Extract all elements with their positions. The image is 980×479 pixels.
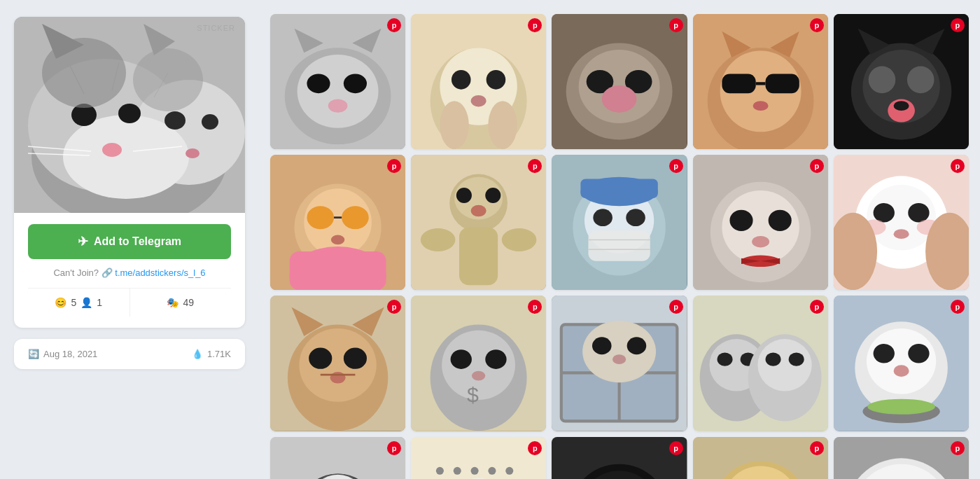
downloads-meta: 💧 1.71K <box>192 349 231 359</box>
svg-point-86 <box>626 209 646 226</box>
emoji-count: 5 <box>71 297 76 308</box>
drop-icon: 💧 <box>192 349 203 359</box>
sticker-item-14[interactable]: p <box>693 296 828 431</box>
svg-point-122 <box>485 350 506 370</box>
right-panel: p p <box>259 0 980 479</box>
cant-join-section: Can't Join? 🔗 t.me/addstickers/s_l_6 <box>28 268 231 278</box>
svg-point-165 <box>471 466 479 474</box>
sticker-item-5[interactable]: p <box>834 14 969 149</box>
date-text: Aug 18, 2021 <box>43 349 97 359</box>
add-to-telegram-button[interactable]: ✈ Add to Telegram <box>28 224 231 259</box>
sticker-item-18[interactable]: I ♥ U p <box>552 437 687 479</box>
link-icon: 🔗 <box>102 268 115 278</box>
sticker-item-11[interactable]: p <box>270 296 405 431</box>
sticker-item-4[interactable]: p <box>693 14 828 149</box>
svg-point-76 <box>471 205 486 217</box>
sticker-label: STICKER <box>197 24 235 32</box>
user-count: 1 <box>97 297 102 308</box>
sticker-image-9 <box>693 155 828 290</box>
cant-join-text: Can't Join? <box>53 268 99 278</box>
svg-point-93 <box>729 210 752 231</box>
sticker-item-16[interactable]: p <box>270 437 405 479</box>
pinterest-badge-20: p <box>951 441 965 455</box>
svg-point-32 <box>451 70 471 90</box>
svg-point-66 <box>342 206 369 229</box>
svg-point-79 <box>502 228 537 251</box>
user-icon: 👤 <box>80 297 92 308</box>
svg-rect-47 <box>722 74 755 94</box>
pinterest-badge-4: p <box>810 18 824 32</box>
svg-point-148 <box>893 366 909 377</box>
pinterest-badge-3: p <box>669 18 683 32</box>
telegram-icon: ✈ <box>78 234 88 249</box>
svg-point-133 <box>612 355 626 365</box>
svg-point-26 <box>328 99 348 112</box>
add-button-label: Add to Telegram <box>94 235 181 248</box>
svg-point-163 <box>436 466 444 474</box>
sticker-item-2[interactable]: p <box>411 14 546 149</box>
svg-point-23 <box>298 55 379 128</box>
svg-point-95 <box>752 236 769 248</box>
svg-point-10 <box>186 148 200 158</box>
sticker-image-8 <box>552 155 687 290</box>
sticker-image-18: I ♥ U <box>552 437 687 479</box>
downloads-text: 1.71K <box>207 349 231 359</box>
sticker-image-2 <box>411 14 546 149</box>
sticker-image-20: ♥ <box>834 437 969 479</box>
svg-point-103 <box>908 203 929 223</box>
refresh-icon: 🔄 <box>28 349 39 359</box>
svg-point-164 <box>454 466 461 474</box>
svg-rect-77 <box>459 228 498 286</box>
svg-point-9 <box>102 143 122 157</box>
svg-point-85 <box>594 209 613 226</box>
sticker-image-1 <box>270 14 405 149</box>
svg-point-24 <box>307 74 330 94</box>
sticker-image-13 <box>552 296 687 431</box>
pinterest-badge-9: p <box>810 159 824 173</box>
sticker-item-8[interactable]: p <box>552 155 687 290</box>
svg-point-68 <box>331 235 344 245</box>
sticker-item-20[interactable]: ♥ p <box>834 437 969 479</box>
sticker-item-1[interactable]: p <box>270 14 405 149</box>
svg-rect-87 <box>589 230 650 261</box>
svg-rect-70 <box>290 251 386 290</box>
svg-point-6 <box>118 104 141 123</box>
svg-point-112 <box>309 348 332 369</box>
sticker-item-17[interactable]: p <box>411 437 546 479</box>
date-meta: 🔄 Aug 18, 2021 <box>28 349 97 359</box>
sticker-image-4 <box>693 14 828 149</box>
pinterest-badge-5: p <box>951 18 965 32</box>
svg-point-25 <box>344 74 367 94</box>
pinterest-badge-16: p <box>387 441 401 455</box>
sticker-item-6[interactable]: p <box>270 155 405 290</box>
sticker-item-13[interactable]: p <box>552 296 687 431</box>
sticker-item-9[interactable]: p <box>693 155 828 290</box>
svg-point-65 <box>307 206 334 229</box>
sticker-stat: 🎭 49 <box>130 289 232 317</box>
sticker-item-12[interactable]: $ p <box>411 296 546 431</box>
sticker-image-10 <box>834 155 969 290</box>
svg-point-7 <box>164 111 186 130</box>
svg-rect-151 <box>270 437 405 479</box>
svg-point-132 <box>627 338 647 355</box>
sticker-item-3[interactable]: p <box>552 14 687 149</box>
svg-rect-48 <box>765 74 799 94</box>
sticker-image-15 <box>834 296 969 431</box>
sticker-item-10[interactable]: p <box>834 155 969 290</box>
cant-join-link[interactable]: t.me/addstickers/s_l_6 <box>115 268 205 278</box>
svg-point-59 <box>893 101 909 111</box>
sticker-info: ✈ Add to Telegram Can't Join? 🔗 t.me/add… <box>14 213 245 328</box>
sticker-image-14 <box>693 296 828 431</box>
svg-point-35 <box>440 101 469 149</box>
svg-point-94 <box>768 210 791 231</box>
sticker-item-15[interactable]: p <box>834 296 969 431</box>
sticker-item-7[interactable]: p <box>411 155 546 290</box>
svg-point-50 <box>752 101 768 111</box>
pinterest-badge-18: p <box>669 441 683 455</box>
svg-rect-84 <box>581 179 658 199</box>
svg-point-78 <box>421 228 456 251</box>
sticker-item-19[interactable]: 牛 p <box>693 437 828 479</box>
svg-point-145 <box>867 328 936 394</box>
cat-preview-image <box>14 17 245 213</box>
sticker-image-5 <box>834 14 969 149</box>
